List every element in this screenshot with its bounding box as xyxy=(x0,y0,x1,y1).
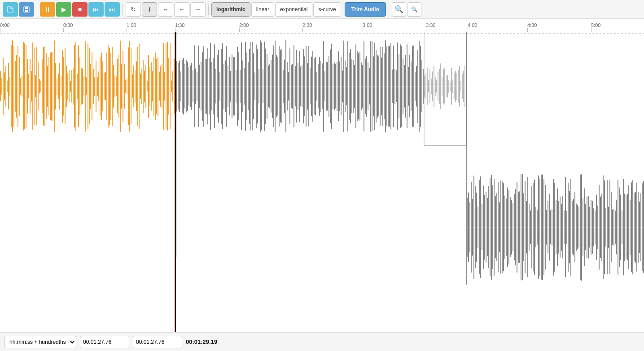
zoom-in-icon: 🔍 xyxy=(394,5,403,13)
waveform-area[interactable] xyxy=(0,32,644,332)
fade-linear-button[interactable]: linear xyxy=(251,2,274,17)
ruler-tick xyxy=(468,28,468,32)
pause-icon: ⏸ xyxy=(44,6,51,13)
italic-icon: I xyxy=(149,6,150,13)
ruler-tick xyxy=(63,28,64,32)
ruler-label: 2:00 xyxy=(239,22,249,28)
stop-icon: ■ xyxy=(78,6,82,13)
loop-icon: ↻ xyxy=(131,6,136,13)
ruler-label: 5:00 xyxy=(591,22,600,28)
skip-end-icon: ⏭ xyxy=(109,6,115,13)
toolbar: ⏸ ▶ ■ ⏮ ⏭ ↻ I ↔ ← → logarithmic linear e… xyxy=(0,0,644,19)
separator-3 xyxy=(208,4,209,15)
ruler-label: 0:00 xyxy=(0,22,9,28)
skip-start-button[interactable]: ⏮ xyxy=(88,2,104,17)
svg-rect-1 xyxy=(25,7,28,9)
timeline-wrapper: 0:000:301:001:302:002:303:003:304:004:30… xyxy=(0,19,644,332)
zoom-out-icon: 🔍 xyxy=(411,6,418,13)
ruler-label: 3:00 xyxy=(363,22,372,28)
zoom-out-button[interactable]: 🔍 xyxy=(407,2,421,17)
svg-rect-2 xyxy=(25,10,28,12)
bottom-bar: hh:mm:ss + hundredths 00:01:29.19 xyxy=(0,332,644,351)
arrow-left-button[interactable]: ← xyxy=(174,2,189,17)
ruler-tick xyxy=(591,28,591,32)
play-button[interactable]: ▶ xyxy=(56,2,71,17)
stop-button[interactable]: ■ xyxy=(72,2,88,17)
fade-scurve-button[interactable]: s-curve xyxy=(313,2,341,17)
ruler-label: 1:30 xyxy=(175,22,184,28)
separator-1 xyxy=(37,4,37,15)
arrow-both-button[interactable]: ↔ xyxy=(158,2,173,17)
ruler-label: 1:00 xyxy=(127,22,136,28)
ruler-tick xyxy=(363,28,363,32)
fade-logarithmic-button[interactable]: logarithmic xyxy=(211,2,250,17)
timeline-ruler[interactable]: 0:000:301:001:302:002:303:003:304:004:30… xyxy=(0,19,644,32)
ruler-tick xyxy=(127,28,127,32)
arrow-left-icon: ← xyxy=(179,6,185,13)
italic-button[interactable]: I xyxy=(142,2,157,17)
ruler-label: 4:00 xyxy=(468,22,477,28)
ruler-tick xyxy=(426,28,426,32)
trim-audio-button[interactable]: Trim Audio xyxy=(345,2,386,17)
current-time-display: 00:01:29.19 xyxy=(186,338,217,345)
separator-4 xyxy=(389,4,389,15)
ruler-label: 3:30 xyxy=(426,22,435,28)
zoom-in-button[interactable]: 🔍 xyxy=(392,2,406,17)
ruler-label: 4:30 xyxy=(527,22,537,28)
arrow-right-icon: → xyxy=(195,6,201,13)
arrow-both-icon: ↔ xyxy=(162,6,169,13)
time-format-select[interactable]: hh:mm:ss + hundredths xyxy=(4,336,76,348)
loop-button[interactable]: ↻ xyxy=(126,2,141,17)
skip-start-icon: ⏮ xyxy=(93,6,99,13)
new-button[interactable] xyxy=(3,2,18,17)
pause-button[interactable]: ⏸ xyxy=(40,2,55,17)
ruler-tick xyxy=(0,28,0,32)
ruler-tick xyxy=(527,28,528,32)
ruler-tick xyxy=(239,28,240,32)
fade-exponential-button[interactable]: exponential xyxy=(275,2,312,17)
ruler-tick xyxy=(302,28,303,32)
arrow-right-button[interactable]: → xyxy=(190,2,206,17)
play-icon: ▶ xyxy=(61,6,66,13)
ruler-label: 2:30 xyxy=(302,22,312,28)
end-time-input[interactable] xyxy=(133,336,182,348)
save-button[interactable] xyxy=(19,2,34,17)
separator-2 xyxy=(123,4,123,15)
ruler-tick xyxy=(175,28,175,32)
waveform-canvas xyxy=(0,32,644,332)
start-time-input[interactable] xyxy=(80,336,129,348)
skip-end-button[interactable]: ⏭ xyxy=(105,2,120,17)
ruler-label: 0:30 xyxy=(63,22,73,28)
